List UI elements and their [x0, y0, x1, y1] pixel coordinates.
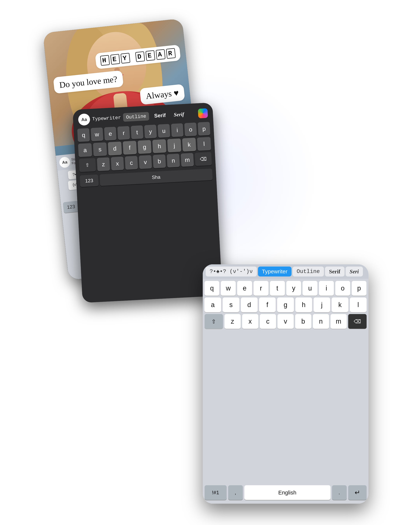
white-row-1: q w e r t y u i o p: [205, 281, 367, 296]
space-key[interactable]: English: [244, 485, 331, 500]
char-E: E: [110, 54, 120, 65]
key-v-mid[interactable]: v: [139, 155, 152, 169]
num-btn-mid[interactable]: 123: [80, 175, 98, 187]
outline-label-mid[interactable]: Outline: [123, 112, 149, 122]
key-x-mid[interactable]: x: [111, 157, 124, 170]
aa-badge-back[interactable]: Aa: [59, 157, 70, 168]
key-m-mid[interactable]: m: [181, 153, 194, 167]
key-r[interactable]: r: [254, 281, 268, 296]
key-d[interactable]: d: [241, 298, 258, 312]
typewriter-chip[interactable]: Typewriter: [258, 267, 291, 276]
key-r-mid[interactable]: r: [117, 126, 130, 140]
key-m[interactable]: m: [331, 314, 347, 329]
aa-badge-mid[interactable]: Aa: [78, 113, 90, 126]
bubble-love-me: Do you love me?: [53, 70, 124, 94]
key-y[interactable]: y: [286, 281, 301, 296]
key-t-mid[interactable]: t: [131, 125, 143, 139]
key-e[interactable]: e: [237, 281, 252, 296]
white-row-3: ⇧ z x c v b n m ⌫: [205, 314, 367, 329]
num-btn-back[interactable]: 123: [63, 201, 79, 213]
shift-key[interactable]: ⇧: [205, 314, 223, 329]
serif1-chip[interactable]: Serif: [325, 267, 344, 276]
char-R: R: [166, 48, 176, 59]
key-t[interactable]: t: [270, 281, 285, 296]
key-i-mid[interactable]: i: [171, 123, 183, 137]
key-l[interactable]: l: [350, 298, 367, 312]
bubble-love-me-text: Do you love me?: [59, 74, 117, 90]
phone-mid: Aa Typewriter Outline Serif Serif: [73, 103, 222, 303]
key-e-mid[interactable]: e: [104, 127, 116, 141]
return-key[interactable]: ↵: [348, 485, 367, 500]
key-w-mid[interactable]: w: [91, 127, 103, 141]
delete-key[interactable]: ⌫: [348, 314, 367, 329]
shift-key-mid[interactable]: ⇧: [79, 158, 96, 172]
serif2-label-mid[interactable]: Serif: [171, 110, 187, 120]
key-x[interactable]: x: [242, 314, 258, 329]
key-s[interactable]: s: [223, 298, 239, 312]
key-i[interactable]: i: [319, 281, 334, 296]
key-n[interactable]: n: [313, 314, 329, 329]
key-y-mid[interactable]: y: [144, 125, 156, 138]
delete-key-mid[interactable]: ⌫: [195, 152, 212, 166]
char-H: H: [100, 55, 110, 66]
key-g-mid[interactable]: g: [137, 140, 152, 154]
fancy-chip[interactable]: ?•♠•? (ν'-')ν: [206, 267, 257, 276]
key-k-mid[interactable]: k: [182, 138, 196, 152]
num-key[interactable]: !#1: [205, 485, 227, 500]
key-s-mid[interactable]: s: [93, 142, 107, 156]
serif2-chip[interactable]: Seri: [346, 267, 363, 276]
period-key[interactable]: .: [332, 485, 347, 500]
char-Y: Y: [120, 53, 130, 64]
key-f-mid[interactable]: f: [123, 141, 137, 155]
key-p[interactable]: p: [352, 281, 367, 296]
bubble-hey-dear: H E Y D E A R: [95, 45, 181, 69]
key-j[interactable]: j: [314, 298, 330, 312]
key-b[interactable]: b: [295, 314, 311, 329]
white-row-2: a s d f g h j k l: [205, 298, 367, 312]
key-k[interactable]: k: [332, 298, 348, 312]
typewriter-label-mid[interactable]: Typewriter: [92, 115, 121, 122]
white-keyboard: ?•♠•? (ν'-')ν Typewriter Outline Serif S…: [203, 264, 368, 504]
dark-key-rows: q w e r t y u i o p a s d f g h: [76, 122, 219, 300]
key-j-mid[interactable]: j: [167, 138, 181, 152]
key-b-mid[interactable]: b: [153, 154, 166, 168]
key-a-mid[interactable]: a: [78, 143, 92, 157]
key-v[interactable]: v: [277, 314, 294, 329]
key-l-mid[interactable]: l: [197, 137, 211, 151]
key-w[interactable]: w: [221, 281, 236, 296]
key-h[interactable]: h: [295, 298, 312, 312]
serif1-label-mid[interactable]: Serif: [151, 111, 169, 120]
key-z[interactable]: z: [224, 314, 241, 329]
key-o-mid[interactable]: o: [184, 122, 197, 136]
key-o[interactable]: o: [335, 281, 350, 296]
key-h-mid[interactable]: h: [152, 139, 166, 153]
dark-bottom-bar: 123 Sha: [80, 169, 212, 187]
char-A: A: [156, 49, 165, 60]
char-E2: E: [145, 50, 155, 61]
key-u[interactable]: u: [303, 281, 317, 296]
white-key-rows: q w e r t y u i o p a s d f g h: [203, 279, 368, 483]
key-c[interactable]: c: [260, 314, 276, 329]
key-c-mid[interactable]: c: [125, 156, 138, 170]
key-a[interactable]: a: [204, 298, 221, 312]
white-font-bar: ?•♠•? (ν'-')ν Typewriter Outline Serif S…: [203, 264, 368, 279]
share-btn-mid[interactable]: Sha: [99, 169, 212, 186]
key-p-mid[interactable]: p: [198, 122, 210, 136]
bubble-always: Always ♥: [139, 84, 185, 105]
char-D: D: [135, 51, 145, 62]
app-icon-mid[interactable]: [198, 108, 208, 118]
key-g[interactable]: g: [277, 298, 294, 312]
key-q[interactable]: q: [205, 281, 220, 296]
comma-key[interactable]: ,: [228, 485, 243, 500]
bottom-bar-front: !#1 , English . ↵: [203, 483, 368, 504]
key-z-mid[interactable]: z: [97, 157, 110, 171]
dark-keyboard: Aa Typewriter Outline Serif Serif: [73, 103, 222, 303]
outline-chip[interactable]: Outline: [293, 267, 324, 276]
key-f[interactable]: f: [259, 298, 276, 312]
key-u-mid[interactable]: u: [157, 124, 170, 138]
bubble-always-text: Always ♥: [145, 88, 179, 101]
key-d-mid[interactable]: d: [108, 141, 122, 156]
key-q-mid[interactable]: q: [77, 128, 90, 142]
scene: H E Y D E A R Do you love me? Always ♥: [44, 14, 376, 511]
key-n-mid[interactable]: n: [167, 154, 180, 168]
